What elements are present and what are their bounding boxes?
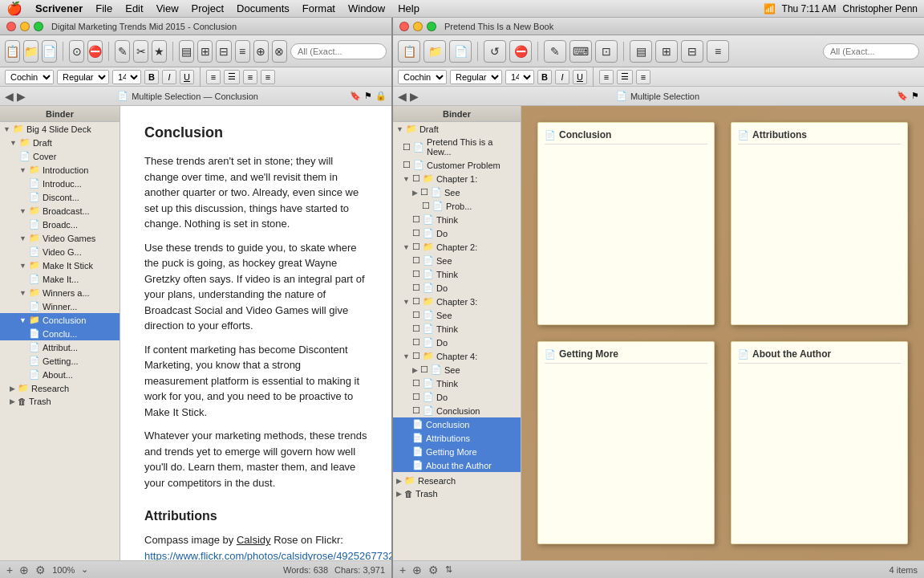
doc-btn[interactable]: 📄 [42,40,57,63]
maximize-button[interactable] [34,22,43,31]
folder-btn[interactable]: 📁 [23,40,38,63]
binder-item-getting[interactable]: 📄 Getting... [0,354,120,368]
italic-btn[interactable]: I [162,70,176,84]
binder-item-broadcast[interactable]: ▼ 📁 Broadcast... [0,204,120,218]
right-binder-ch4-see[interactable]: ▶ ☐ 📄 See [393,363,521,377]
menu-help[interactable]: Help [398,2,419,14]
align-justify-btn[interactable]: ≡ [261,70,275,84]
binder-toggle-btn[interactable]: 📋 [5,40,20,63]
right-add-folder-btn[interactable]: ⊕ [412,564,422,576]
binder-item-research[interactable]: ▶ 📁 Research [0,381,120,395]
right-binder-ch1[interactable]: ▼ ☐ 📁 Chapter 1: [393,172,521,185]
right-binder-ch3[interactable]: ▼ ☐ 📁 Chapter 3: [393,295,521,308]
right-style-select[interactable]: Regular [450,70,502,84]
menu-edit[interactable]: Edit [125,2,143,14]
cork-card-attributions[interactable]: 📄 Attributions [731,122,908,325]
right-binder-research[interactable]: ▶ 📁 Research [393,474,521,487]
right-minimize-button[interactable] [413,22,423,31]
binder-item-trash[interactable]: ▶ 🗑 Trash [0,395,120,408]
right-view1-btn[interactable]: ▤ [630,40,652,63]
right-sync-btn[interactable]: ↺ [484,40,506,63]
right-close-button[interactable] [399,22,409,31]
search-input[interactable] [290,43,387,59]
right-binder-ch1-think[interactable]: ☐ 📄 Think [393,213,521,226]
add-doc-btn[interactable]: + [6,564,13,576]
right-binder-ch3-see[interactable]: ☐ 📄 See [393,308,521,322]
right-search-input[interactable] [823,43,919,59]
right-typewriter-btn[interactable]: ⌨ [569,40,592,63]
right-binder-ch2[interactable]: ▼ ☐ 📁 Chapter 2: [393,240,521,254]
right-alignl-btn[interactable]: ≡ [599,70,614,84]
right-forward-btn[interactable]: ▶ [410,90,419,103]
size-select[interactable]: 14 [112,70,141,84]
view4-btn[interactable]: ≡ [235,40,250,63]
left-editor[interactable]: Conclusion These trends aren't set in st… [120,106,391,560]
edit-btn[interactable]: ✎ [115,40,130,63]
binder-item-conclusion[interactable]: ▼ 📁 Conclusion [0,313,120,327]
cork-card-about-author[interactable]: 📄 About the Author [731,341,908,544]
add-folder-btn[interactable]: ⊕ [19,564,29,576]
scissors-btn[interactable]: ✂ [133,40,148,63]
binder-item-winnersa[interactable]: ▼ 📁 Winners a... [0,286,120,299]
menu-window[interactable]: Window [348,2,385,14]
right-binder-ch2-do[interactable]: ☐ 📄 Do [393,281,521,295]
menu-format[interactable]: Format [302,2,335,14]
zoom-arrow[interactable]: ⌄ [81,564,88,575]
right-sort-btn[interactable]: ⇅ [445,564,452,575]
apple-icon[interactable]: 🍎 [6,1,22,16]
right-binder-custproblem[interactable]: ☐ 📄 Customer Problem [393,158,521,172]
binder-item-discont[interactable]: 📄 Discont... [0,190,120,204]
binder-item-draft[interactable]: ▼ 📁 Draft [0,136,120,149]
cork-card-getting-more[interactable]: 📄 Getting More [537,341,715,544]
right-view3-btn[interactable]: ⊟ [681,40,703,63]
menu-file[interactable]: File [95,2,112,14]
right-binder-ch2-think[interactable]: ☐ 📄 Think [393,267,521,281]
binder-item-intro[interactable]: ▼ 📁 Introduction [0,163,120,177]
right-binder-ch4-do[interactable]: ☐ 📄 Do [393,390,521,404]
right-edit2-btn[interactable]: ✎ [544,40,566,63]
right-binder-ch3-do[interactable]: ☐ 📄 Do [393,336,521,349]
style-select[interactable]: Regular [57,70,109,84]
view3-btn[interactable]: ⊟ [216,40,231,63]
right-doc-btn[interactable]: 📄 [449,40,472,63]
binder-item-attribut[interactable]: 📄 Attribut... [0,340,120,354]
right-alignc-btn[interactable]: ☰ [617,70,633,84]
align-right-btn[interactable]: ≡ [243,70,257,84]
right-binder-about-author[interactable]: 📄 About the Author [393,458,521,472]
right-compose-btn[interactable]: ⊡ [595,40,618,63]
right-italic-btn[interactable]: I [555,70,569,84]
right-binder-conclusion[interactable]: 📄 Conclusion [393,417,521,431]
align-left-btn[interactable]: ≡ [206,70,221,84]
right-underline-btn[interactable]: U [573,70,587,84]
view5-btn[interactable]: ⊕ [253,40,269,63]
right-binder-ch1-do[interactable]: ☐ 📄 Do [393,226,521,240]
binder-item-makeit[interactable]: 📄 Make It... [0,272,120,286]
binder-item-cover[interactable]: 📄 Cover [0,149,120,163]
right-binder-pretenddoc[interactable]: ☐ 📄 Pretend This is a New... [393,136,521,158]
back-btn[interactable]: ◀ [5,90,14,103]
underline-btn[interactable]: U [180,70,194,84]
view2-btn[interactable]: ⊞ [197,40,213,63]
view1-btn[interactable]: ▤ [179,40,194,63]
align-center-btn[interactable]: ☰ [224,70,240,84]
right-binder-getting-more[interactable]: 📄 Getting More [393,445,521,458]
right-binder-btn[interactable]: 📋 [398,40,420,63]
binder-item-conclu[interactable]: 📄 Conclu... [0,327,120,340]
right-binder-trash[interactable]: ▶ 🗑 Trash [393,487,521,500]
forward-btn[interactable]: ▶ [17,90,26,103]
binder-item-about[interactable]: 📄 About... [0,368,120,381]
right-binder-draft[interactable]: ▼ 📁 Draft [393,122,521,136]
right-back-btn[interactable]: ◀ [398,90,407,103]
right-add-btn[interactable]: + [399,564,406,576]
binder-item-winner[interactable]: 📄 Winner... [0,299,120,313]
menu-documents[interactable]: Documents [237,2,290,14]
right-view2-btn[interactable]: ⊞ [655,40,678,63]
right-maximize-button[interactable] [427,22,436,31]
right-binder-ch1-prob[interactable]: ☐ 📄 Prob... [393,199,521,213]
cork-card-conclusion[interactable]: 📄 Conclusion [537,122,715,325]
right-noedit-btn[interactable]: ⛔ [509,40,532,63]
right-alignr-btn[interactable]: ≡ [636,70,650,84]
right-binder-ch1-see[interactable]: ▶ ☐ 📄 See [393,185,521,199]
no-entry-btn[interactable]: ⛔ [87,40,103,63]
right-binder-ch4-think[interactable]: ☐ 📄 Think [393,377,521,390]
